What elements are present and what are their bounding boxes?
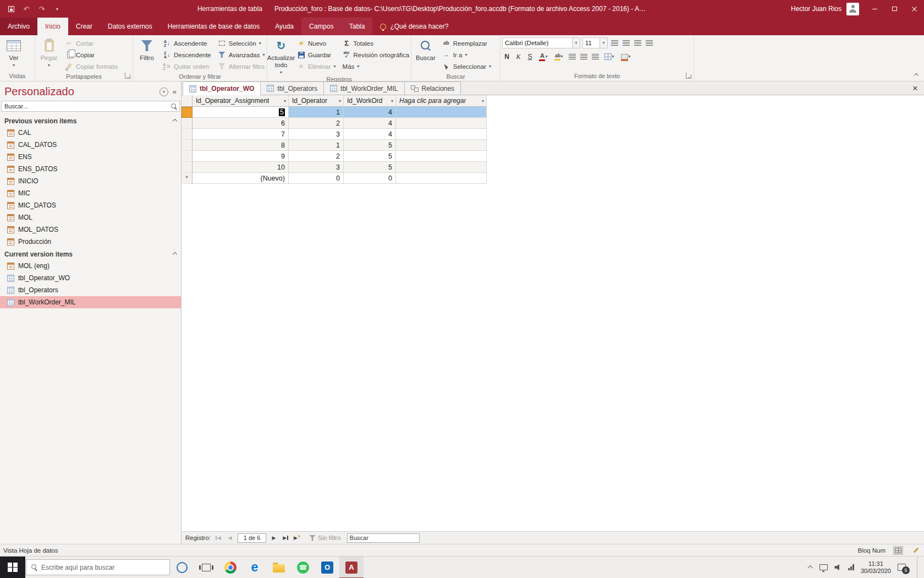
cell-add-field[interactable] — [396, 107, 487, 118]
previous-record-button[interactable]: ◀ — [225, 533, 235, 543]
align-center-button[interactable] — [579, 52, 588, 62]
underline-button[interactable]: S — [525, 52, 535, 62]
cell-add-field[interactable] — [396, 151, 487, 162]
record-selector-current[interactable] — [182, 107, 193, 118]
doc-tab-tbl-operators[interactable]: tbl_Operators — [260, 81, 324, 95]
descendente-button[interactable]: ZA↓ Descendente — [160, 49, 214, 61]
network-icon[interactable] — [848, 564, 854, 570]
taskbar-search[interactable] — [26, 559, 170, 575]
navpane-group-header[interactable]: Previous version items — [0, 114, 181, 127]
dialog-launcher-icon[interactable] — [125, 73, 131, 79]
navpane-item-mol-eng[interactable]: MOL (eng) — [0, 260, 181, 272]
font-color-button[interactable]: A▾ — [537, 52, 550, 62]
cell[interactable]: 5 — [344, 151, 396, 162]
cell[interactable]: 2 — [289, 151, 344, 162]
column-header-id-workorder[interactable]: Id_WorkOrd▾ — [344, 95, 396, 107]
tab-archivo[interactable]: Archivo — [0, 18, 37, 35]
cell[interactable]: 3 — [289, 129, 344, 140]
cell[interactable]: 0 — [344, 173, 396, 184]
column-dropdown-icon[interactable]: ▾ — [282, 99, 286, 103]
navpane-item-inicio[interactable]: INICIO — [0, 175, 181, 187]
quitar-orden-button[interactable]: AZ✖ Quitar orden — [160, 61, 214, 72]
cell[interactable]: 4 — [344, 107, 396, 118]
totales-button[interactable]: Σ Totales — [340, 37, 413, 49]
column-dropdown-icon[interactable]: ▾ — [480, 99, 484, 103]
font-name-combo[interactable]: Calibri (Detalle) ▾ — [502, 37, 580, 48]
cell[interactable]: 9 — [193, 151, 289, 162]
cell[interactable]: 5 — [344, 140, 396, 151]
navpane-search-input[interactable] — [2, 103, 171, 110]
start-button[interactable] — [0, 557, 25, 578]
tab-crear[interactable]: Crear — [68, 18, 100, 35]
customize-qat-button[interactable]: ▾ — [53, 4, 62, 13]
navpane-item-mic[interactable]: MIC — [0, 187, 181, 199]
chrome-button[interactable] — [218, 557, 243, 578]
last-record-button[interactable]: ▶ — [280, 533, 290, 543]
navpane-item-mol-datos[interactable]: MOL_DATOS — [0, 223, 181, 236]
search-icon[interactable] — [171, 103, 177, 110]
select-all-corner[interactable] — [182, 95, 193, 107]
navpane-item-tbl-operators[interactable]: tbl_Operators — [0, 284, 181, 296]
tab-inicio[interactable]: Inicio — [37, 18, 68, 35]
close-button[interactable] — [904, 0, 924, 18]
chevron-down-icon[interactable]: ▾ — [572, 38, 580, 48]
cell[interactable]: 1 — [289, 107, 344, 118]
dialog-launcher-icon[interactable] — [686, 73, 692, 79]
navpane-item-mic-datos[interactable]: MIC_DATOS — [0, 199, 181, 211]
outdent-button[interactable] — [633, 38, 642, 48]
filter-status-toggle[interactable]: Sin filtro — [309, 535, 341, 541]
hidden-icons-chevron[interactable] — [808, 565, 813, 571]
highlight-button[interactable]: ab▾ — [552, 52, 565, 62]
doc-tab-relaciones[interactable]: Relaciones — [404, 81, 461, 95]
record-selector[interactable] — [182, 140, 193, 151]
italic-button[interactable]: K — [514, 52, 523, 62]
record-selector[interactable] — [182, 129, 193, 140]
design-view-button[interactable] — [911, 546, 921, 555]
volume-icon[interactable] — [834, 564, 842, 571]
column-header-add-field[interactable]: Haga clic para agregar▾ — [396, 95, 487, 107]
access-button[interactable]: A — [339, 557, 364, 578]
avanzadas-button[interactable]: Avanzadas ▾ — [215, 49, 268, 61]
nuevo-button[interactable]: ✳ Nuevo — [294, 37, 339, 49]
mas-button[interactable]: Más ▾ — [340, 61, 413, 72]
navpane-item-cal-datos[interactable]: CAL_DATOS — [0, 139, 181, 151]
cell-editing[interactable]: 5 — [193, 107, 289, 118]
column-header-id-operator[interactable]: Id_Operator▾ — [289, 95, 344, 107]
ir-a-button[interactable]: → Ir a ▾ — [439, 49, 494, 61]
undo-button[interactable]: ↶ — [22, 4, 31, 13]
whatsapp-button[interactable]: ☎ — [291, 557, 315, 578]
seleccionar-button[interactable]: Seleccionar ▾ — [439, 61, 494, 72]
doc-tab-tbl-operator-wo[interactable]: tbl_Operator_WO — [183, 81, 261, 95]
record-selector[interactable] — [182, 151, 193, 162]
bold-button[interactable]: N — [502, 52, 512, 62]
new-record-selector[interactable]: * — [182, 173, 193, 184]
cell[interactable]: 5 — [344, 162, 396, 173]
navpane-item-cal[interactable]: CAL — [0, 127, 181, 139]
cell[interactable]: 8 — [193, 140, 289, 151]
collapse-ribbon-button[interactable] — [914, 73, 919, 78]
tab-tabla[interactable]: Tabla — [342, 18, 373, 35]
cell-add-field[interactable] — [396, 162, 487, 173]
tab-herramientas-bd[interactable]: Herramientas de base de datos — [160, 18, 267, 35]
chevron-down-icon[interactable]: ▾ — [600, 38, 607, 48]
navpane-item-tbl-workorder-mil[interactable]: tbl_WorkOrder_MIL — [0, 296, 181, 308]
filtro-button[interactable]: Filtro — [135, 37, 159, 62]
new-blank-record-button[interactable]: ▶* — [292, 533, 302, 543]
actualizar-todo-button[interactable]: ↻ Actualizar todo ▾ — [269, 37, 293, 75]
cell-add-field[interactable] — [396, 118, 487, 129]
navpane-item-tbl-operator-wo[interactable]: tbl_Operator_WO — [0, 272, 181, 284]
guardar-button[interactable]: Guardar — [294, 49, 339, 61]
cell[interactable]: 3 — [289, 162, 344, 173]
navpane-menu-icon[interactable]: ▾ — [160, 88, 168, 96]
column-header-id-operator-assignment[interactable]: Id_Operator_Assignment▾ — [193, 95, 289, 107]
taskbar-search-input[interactable] — [41, 564, 164, 571]
navpane-item-mol[interactable]: MOL — [0, 211, 181, 223]
column-dropdown-icon[interactable]: ▾ — [389, 99, 393, 103]
column-dropdown-icon[interactable]: ▾ — [337, 99, 341, 103]
ascendente-button[interactable]: AZ↓ Ascendente — [160, 37, 214, 49]
task-view-button[interactable] — [194, 557, 218, 578]
fill-color-button[interactable]: ▾ — [619, 52, 633, 62]
gridlines-button[interactable]: ▾ — [602, 52, 617, 62]
outlook-button[interactable]: O — [315, 557, 339, 578]
indent-button[interactable] — [645, 38, 654, 48]
